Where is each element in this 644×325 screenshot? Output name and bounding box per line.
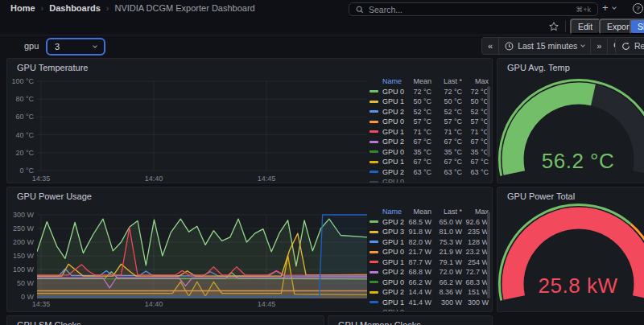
legend-series-name: GPU 0 — [369, 248, 405, 256]
legend-value: 235 W — [462, 228, 489, 236]
legend-swatch — [369, 150, 378, 153]
breadcrumb-separator: › — [41, 3, 44, 13]
legend-row[interactable]: GPU 214.4 W8.36 W151 W — [369, 287, 489, 298]
legend-row[interactable]: GPU 182.0 W75.3 W128 W — [369, 237, 489, 248]
plot-area[interactable] — [37, 78, 367, 174]
help-icon[interactable]: ? — [633, 3, 643, 14]
refresh-label: Refresh — [634, 41, 644, 51]
time-shift-back-button[interactable]: « — [482, 38, 498, 54]
x-tick-label: 14:45 — [253, 300, 280, 308]
legend-value: 254 W — [462, 258, 489, 266]
legend-row[interactable]: GPU 035 °C35 °C35 °C — [369, 147, 489, 158]
plot-area[interactable] — [37, 208, 367, 298]
legend-row[interactable]: GPU 066.2 W66.2 W68.3 W — [369, 278, 489, 288]
legend-row[interactable]: GPU 171 °C71 °C71 °C — [369, 127, 489, 138]
legend-row[interactable]: GPU 268.5 W65.0 W92.6 W — [369, 217, 489, 228]
legend-swatch — [369, 181, 378, 183]
legend-header: NameMeanLast *Max — [369, 207, 489, 217]
legend-row[interactable]: GPU 187.7 W79.1 W254 W — [369, 257, 489, 268]
legend-value: 35 °C — [405, 148, 431, 156]
legend-swatch — [369, 141, 378, 143]
legend-value: 68.5 W — [405, 218, 431, 226]
legend-value: 57 °C — [462, 117, 489, 125]
y-axis: 100 °C80 °C60 °C40 °C20 °C0 °C — [7, 78, 34, 174]
legend-row[interactable]: GPU 167 °C67 °C67 °C — [369, 157, 489, 167]
legend-value: 14.4 W — [405, 288, 431, 296]
legend-value: 91.8 W — [405, 228, 431, 236]
legend-value: 41.4 W — [405, 298, 431, 306]
legend-row[interactable]: GPU 391.8 W81.0 W235 W — [369, 227, 489, 237]
breadcrumb-dashboards[interactable]: Dashboards — [49, 3, 101, 13]
legend-value: 23.2 W — [462, 248, 489, 256]
legend-row[interactable]: GPU 0 — [369, 177, 489, 183]
legend-col-header: Max — [462, 77, 489, 85]
toolbar-divider — [595, 21, 596, 32]
legend-swatch — [369, 101, 378, 103]
legend-row[interactable]: GPU 268.8 W72.0 W72.7 W — [369, 267, 489, 278]
legend-value: 8.36 W — [431, 288, 462, 296]
legend-series-name: GPU 1 — [369, 238, 405, 246]
gauge-value: 25.8 kW — [497, 274, 644, 298]
legend-swatch — [369, 161, 378, 163]
panel-title[interactable]: GPU SM Clocks — [17, 320, 80, 325]
legend-swatch — [369, 281, 378, 283]
legend-swatch — [369, 291, 378, 294]
legend-table: NameMeanLast *MaxGPU 072 °C72 °C72 °CGPU… — [369, 76, 489, 183]
chevron-down-icon — [612, 5, 617, 10]
plus-icon: + — [602, 2, 609, 14]
legend-swatch — [369, 130, 378, 133]
legend-series-name: GPU 1 — [369, 158, 405, 166]
legend-col-name: Name — [369, 77, 405, 85]
breadcrumb-home[interactable]: Home — [10, 3, 35, 13]
legend-row[interactable]: GPU 252 °C52 °C52 °C — [369, 107, 489, 117]
toolbar-divider — [565, 21, 566, 32]
legend-row[interactable]: GPU 021.7 W21.9 W23.2 W — [369, 247, 489, 257]
legend-scrollbar[interactable] — [487, 212, 490, 298]
legend-series-name: GPU 2 — [369, 138, 405, 146]
legend-row[interactable]: GPU 141.4 W300 W300 W — [369, 298, 489, 308]
legend-row[interactable]: GPU 267 °C67 °C67 °C — [369, 137, 489, 147]
y-tick-label: 0 °C — [19, 167, 34, 175]
legend-value: 66.2 W — [405, 278, 431, 286]
refresh-button[interactable]: Refresh — [616, 38, 644, 54]
legend-series-name: GPU 2 — [369, 288, 405, 296]
y-tick-label: 40 °C — [15, 131, 34, 139]
legend-value: 151 W — [462, 288, 489, 296]
search-shortcut: ⌘+k — [576, 6, 591, 14]
star-icon[interactable] — [548, 21, 559, 32]
breadcrumb-separator: › — [106, 3, 109, 13]
legend-value: 92.6 W — [462, 218, 489, 226]
panel-gpu-memory-clocks: GPU Memory Clocks — [328, 315, 493, 325]
panel-gpu-avg-temp: GPU Avg. Temp 56.2 °C — [497, 58, 644, 183]
legend-row[interactable]: GPU 072 °C72 °C72 °C — [369, 87, 489, 97]
legend-row[interactable]: GPU 263 °C63 °C63 °C — [369, 167, 489, 178]
legend-series-name: GPU 0 — [369, 117, 405, 125]
legend-value: 67 °C — [405, 138, 431, 146]
time-shift-forward-button[interactable]: » — [590, 38, 607, 54]
search-icon — [356, 6, 364, 14]
legend-value: 65.0 W — [431, 218, 462, 226]
legend-row[interactable]: GPU 150 °C50 °C50 °C — [369, 97, 489, 107]
legend-scrollbar[interactable] — [487, 86, 490, 157]
legend-value: 50 °C — [431, 97, 462, 105]
legend-row[interactable]: GPU 057 °C57 °C57 °C — [369, 117, 489, 127]
variable-label: gpu — [24, 41, 39, 51]
legend-header: NameMeanLast *Max — [369, 76, 489, 87]
legend-value: 67 °C — [462, 138, 489, 146]
add-button[interactable]: + — [602, 2, 616, 14]
search-input[interactable]: Search... ⌘+k — [349, 2, 598, 16]
legend-series-name: GPU 0 — [369, 178, 405, 183]
legend-series-name: GPU 2 — [369, 268, 405, 276]
legend-col-header: Mean — [405, 208, 431, 216]
share-button[interactable]: Share — [630, 19, 644, 35]
time-range-picker[interactable]: Last 15 minutes — [498, 38, 590, 54]
edit-button[interactable]: Edit — [570, 19, 601, 35]
panel-title[interactable]: GPU Memory Clocks — [338, 320, 421, 325]
legend-value: 82.0 W — [405, 238, 431, 246]
legend-value: 300 W — [462, 298, 489, 306]
y-tick-label: 100 W — [13, 265, 34, 274]
legend-value: 71 °C — [431, 128, 462, 136]
y-tick-label: 60 °C — [15, 113, 34, 121]
gpu-variable-dropdown[interactable]: 3 — [46, 38, 105, 56]
legend-row[interactable]: GPU 0 — [369, 307, 489, 312]
